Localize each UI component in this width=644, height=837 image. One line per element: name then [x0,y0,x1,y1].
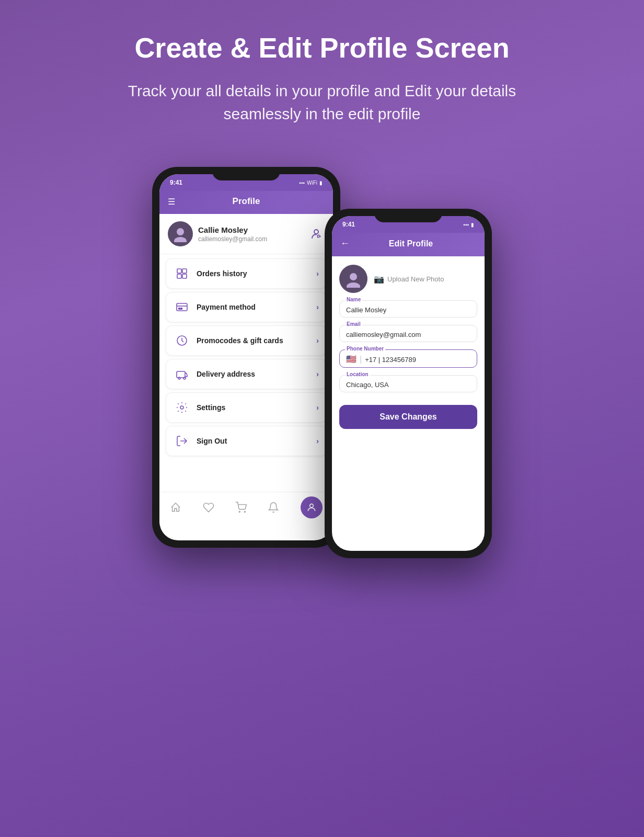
menu-item-payment[interactable]: Payment method › [166,292,327,322]
profile-info: Callie Mosley calliemosley@gmail.com [198,225,267,243]
signal-icon-2: ▪▪▪ [463,222,469,228]
svg-point-0 [177,228,184,235]
status-time-1: 9:41 [170,179,182,186]
upload-photo-button[interactable]: 📷 Upload New Photo [374,274,444,284]
delivery-icon [174,366,190,382]
menu-item-promocodes[interactable]: Promocodes & gift cards › [166,325,327,356]
page-title: Create & Edit Profile Screen [134,31,509,64]
svg-rect-4 [182,269,187,273]
orders-icon [174,265,190,282]
upload-label-text: Upload New Photo [387,275,444,283]
profile-header-title: Profile [233,196,260,207]
nav-profile-wrap [301,496,323,518]
edit-header-title: Edit Profile [355,239,467,248]
svg-point-9 [181,308,182,310]
edit-header: ← Edit Profile [332,233,485,256]
phone-field-label: Phone Number [345,346,385,352]
phone-field-value: +17 | 123456789 [365,355,416,364]
svg-point-18 [309,504,313,507]
signal-icon: ▪▪▪ [299,180,305,186]
signout-chevron: › [316,437,319,445]
notch-2 [374,209,442,222]
location-field[interactable]: Location Chicago, USA [339,375,477,392]
svg-point-2 [314,230,318,234]
avatar [168,221,193,246]
location-field-label: Location [345,371,370,377]
wifi-icon: WiFi [307,180,317,186]
email-field[interactable]: Email calliemosley@gmail.com [339,325,477,342]
svg-point-19 [350,273,357,280]
svg-rect-5 [177,274,181,278]
phone-1: 9:41 ▪▪▪ WiFi ▮ ☰ Profile [152,167,340,548]
location-field-value: Chicago, USA [346,380,470,389]
name-field-label: Name [345,297,362,302]
profile-email: calliemosley@gmail.com [198,235,267,243]
app-header-1: ☰ Profile [159,191,333,214]
phone-divider: | [360,355,362,364]
nav-profile[interactable] [301,496,323,518]
svg-point-20 [347,282,360,288]
orders-chevron: › [316,269,319,278]
svg-point-17 [244,511,245,512]
profile-name: Callie Mosley [198,225,267,234]
status-time-2: 9:41 [342,221,355,228]
payment-label: Payment method [197,303,256,311]
flag-icon: 🇺🇸 [346,354,356,364]
notch-1 [212,167,280,180]
promocodes-icon [174,332,190,349]
menu-item-delivery[interactable]: Delivery address › [166,359,327,389]
avatar-edit [339,265,367,293]
menu-item-orders[interactable]: Orders history › [166,258,327,289]
nav-notifications[interactable] [268,502,279,513]
nav-cart[interactable] [235,502,247,513]
signout-icon [174,433,190,449]
email-field-value: calliemosley@gmail.com [346,330,470,338]
delivery-label: Delivery address [197,370,255,378]
battery-icon-2: ▮ [471,222,474,228]
back-button[interactable]: ← [340,238,350,249]
name-field[interactable]: Name Callie Mosley [339,300,477,318]
orders-label: Orders history [197,269,247,278]
payment-chevron: › [316,303,319,311]
status-icons-2: ▪▪▪ ▮ [463,222,474,228]
menu-list: Orders history › [159,254,333,460]
nav-favorites[interactable] [203,502,214,513]
profile-section: Callie Mosley calliemosley@gmail.com [159,214,333,254]
svg-point-12 [178,377,180,379]
svg-point-1 [174,237,187,242]
promocodes-chevron: › [316,336,319,345]
status-icons-1: ▪▪▪ WiFi ▮ [299,180,323,186]
profile-left: Callie Mosley calliemosley@gmail.com [168,221,267,246]
svg-point-13 [183,377,186,379]
payment-icon [174,299,190,315]
svg-point-8 [179,308,180,310]
menu-item-signout[interactable]: Sign Out › [166,426,327,456]
svg-point-16 [239,511,240,512]
promocodes-label: Promocodes & gift cards [197,336,283,345]
phone-2-screen: 9:41 ▪▪▪ ▮ ← Edit Profile [332,216,485,551]
settings-icon [174,399,190,416]
battery-icon: ▮ [319,180,323,186]
photo-row: 📷 Upload New Photo [339,265,477,293]
svg-point-14 [180,406,183,409]
svg-rect-3 [177,269,181,273]
phones-container: 9:41 ▪▪▪ WiFi ▮ ☰ Profile [152,167,492,558]
phone-1-screen: 9:41 ▪▪▪ WiFi ▮ ☰ Profile [159,174,333,540]
bottom-nav [159,492,333,524]
edit-body: 📷 Upload New Photo Name Callie Mosley Em… [332,256,485,437]
phone-field[interactable]: Phone Number 🇺🇸 | +17 | 123456789 [339,349,477,368]
page-subtitle: Track your all details in your profile a… [118,80,526,125]
name-field-value: Callie Mosley [346,305,470,314]
nav-home[interactable] [170,502,181,513]
menu-icon[interactable]: ☰ [168,197,175,207]
phone-2: 9:41 ▪▪▪ ▮ ← Edit Profile [325,209,492,558]
save-changes-button[interactable]: Save Changes [339,405,477,429]
settings-label: Settings [197,403,225,412]
svg-rect-11 [177,371,185,378]
phone-field-row: 🇺🇸 | +17 | 123456789 [346,354,470,364]
svg-rect-6 [182,274,187,278]
camera-icon: 📷 [374,274,384,284]
edit-profile-icon[interactable] [308,225,325,242]
email-field-label: Email [345,321,362,327]
menu-item-settings[interactable]: Settings › [166,392,327,423]
